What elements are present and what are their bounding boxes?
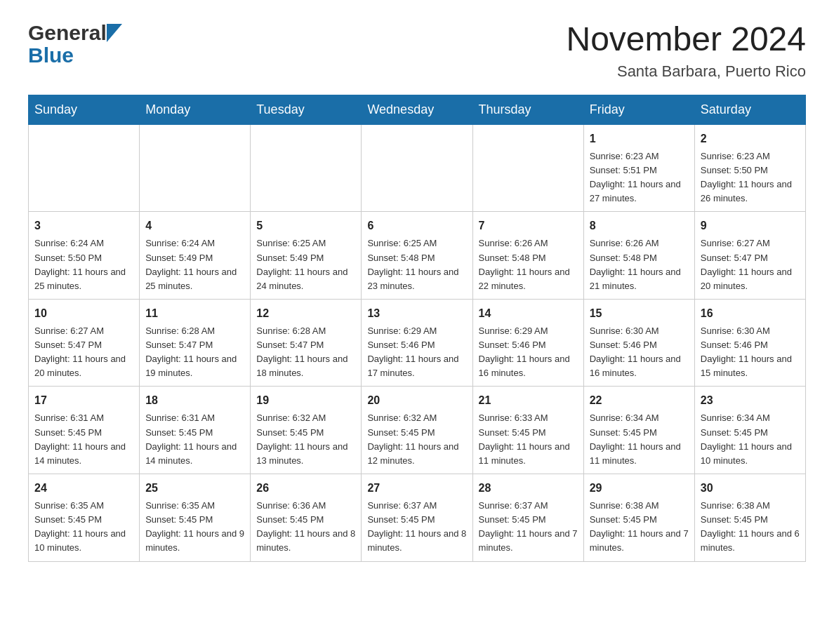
day-number: 17 (34, 392, 133, 409)
title-area: November 2024 Santa Barbara, Puerto Rico (566, 21, 806, 81)
calendar-cell: 4Sunrise: 6:24 AM Sunset: 5:49 PM Daylig… (140, 212, 251, 300)
day-number: 16 (701, 305, 800, 322)
svg-marker-0 (107, 24, 122, 42)
day-info: Sunrise: 6:30 AM Sunset: 5:46 PM Dayligh… (701, 324, 800, 381)
day-info: Sunrise: 6:23 AM Sunset: 5:51 PM Dayligh… (590, 149, 689, 206)
day-number: 10 (34, 305, 133, 322)
day-info: Sunrise: 6:37 AM Sunset: 5:45 PM Dayligh… (367, 499, 466, 556)
calendar-cell: 1Sunrise: 6:23 AM Sunset: 5:51 PM Daylig… (583, 124, 694, 212)
calendar-cell: 7Sunrise: 6:26 AM Sunset: 5:48 PM Daylig… (472, 212, 583, 300)
calendar-cell: 23Sunrise: 6:34 AM Sunset: 5:45 PM Dayli… (694, 387, 805, 474)
location-subtitle: Santa Barbara, Puerto Rico (566, 62, 806, 81)
calendar-cell: 15Sunrise: 6:30 AM Sunset: 5:46 PM Dayli… (583, 299, 694, 387)
day-info: Sunrise: 6:35 AM Sunset: 5:45 PM Dayligh… (34, 499, 133, 556)
weekday-header-monday: Monday (140, 95, 251, 124)
day-info: Sunrise: 6:28 AM Sunset: 5:47 PM Dayligh… (256, 324, 355, 381)
calendar-cell (251, 124, 362, 212)
day-info: Sunrise: 6:32 AM Sunset: 5:45 PM Dayligh… (367, 411, 466, 468)
calendar-cell: 25Sunrise: 6:35 AM Sunset: 5:45 PM Dayli… (140, 474, 251, 562)
day-info: Sunrise: 6:32 AM Sunset: 5:45 PM Dayligh… (256, 411, 355, 468)
weekday-header-tuesday: Tuesday (251, 95, 362, 124)
day-number: 22 (590, 392, 689, 409)
calendar-week-row: 17Sunrise: 6:31 AM Sunset: 5:45 PM Dayli… (29, 387, 806, 474)
day-info: Sunrise: 6:36 AM Sunset: 5:45 PM Dayligh… (256, 499, 355, 556)
day-info: Sunrise: 6:25 AM Sunset: 5:49 PM Dayligh… (256, 236, 355, 293)
day-number: 15 (590, 305, 689, 322)
calendar-week-row: 3Sunrise: 6:24 AM Sunset: 5:50 PM Daylig… (29, 212, 806, 300)
weekday-header-saturday: Saturday (694, 95, 805, 124)
day-info: Sunrise: 6:28 AM Sunset: 5:47 PM Dayligh… (145, 324, 244, 381)
day-info: Sunrise: 6:30 AM Sunset: 5:46 PM Dayligh… (590, 324, 689, 381)
day-info: Sunrise: 6:31 AM Sunset: 5:45 PM Dayligh… (34, 411, 133, 468)
day-info: Sunrise: 6:24 AM Sunset: 5:49 PM Dayligh… (145, 236, 244, 293)
day-number: 2 (701, 130, 800, 147)
calendar-cell: 13Sunrise: 6:29 AM Sunset: 5:46 PM Dayli… (362, 299, 472, 387)
weekday-header-sunday: Sunday (29, 95, 140, 124)
logo-triangle-icon (107, 24, 122, 45)
calendar-cell (472, 124, 583, 212)
calendar-cell: 6Sunrise: 6:25 AM Sunset: 5:48 PM Daylig… (362, 212, 472, 300)
day-info: Sunrise: 6:34 AM Sunset: 5:45 PM Dayligh… (590, 411, 689, 468)
day-number: 14 (479, 305, 578, 322)
calendar-cell: 27Sunrise: 6:37 AM Sunset: 5:45 PM Dayli… (362, 474, 472, 562)
day-number: 25 (145, 480, 244, 497)
calendar-cell: 12Sunrise: 6:28 AM Sunset: 5:47 PM Dayli… (251, 299, 362, 387)
weekday-header-friday: Friday (583, 95, 694, 124)
day-info: Sunrise: 6:38 AM Sunset: 5:45 PM Dayligh… (590, 499, 689, 556)
calendar-cell (140, 124, 251, 212)
day-info: Sunrise: 6:25 AM Sunset: 5:48 PM Dayligh… (367, 236, 466, 293)
day-info: Sunrise: 6:35 AM Sunset: 5:45 PM Dayligh… (145, 499, 244, 556)
day-info: Sunrise: 6:26 AM Sunset: 5:48 PM Dayligh… (479, 236, 578, 293)
day-info: Sunrise: 6:27 AM Sunset: 5:47 PM Dayligh… (701, 236, 800, 293)
calendar-cell: 17Sunrise: 6:31 AM Sunset: 5:45 PM Dayli… (29, 387, 140, 474)
day-number: 19 (256, 392, 355, 409)
calendar-table: SundayMondayTuesdayWednesdayThursdayFrid… (28, 95, 806, 562)
calendar-header-row: SundayMondayTuesdayWednesdayThursdayFrid… (29, 95, 806, 124)
logo-general-text: General (28, 21, 107, 45)
logo-blue-text: Blue (28, 43, 74, 67)
calendar-cell: 18Sunrise: 6:31 AM Sunset: 5:45 PM Dayli… (140, 387, 251, 474)
day-number: 4 (145, 217, 244, 234)
day-number: 7 (479, 217, 578, 234)
day-number: 21 (479, 392, 578, 409)
day-number: 11 (145, 305, 244, 322)
calendar-cell: 14Sunrise: 6:29 AM Sunset: 5:46 PM Dayli… (472, 299, 583, 387)
calendar-cell: 8Sunrise: 6:26 AM Sunset: 5:48 PM Daylig… (583, 212, 694, 300)
day-info: Sunrise: 6:24 AM Sunset: 5:50 PM Dayligh… (34, 236, 133, 293)
day-number: 9 (701, 217, 800, 234)
day-info: Sunrise: 6:34 AM Sunset: 5:45 PM Dayligh… (701, 411, 800, 468)
month-year-title: November 2024 (566, 21, 806, 58)
day-number: 23 (701, 392, 800, 409)
day-info: Sunrise: 6:29 AM Sunset: 5:46 PM Dayligh… (479, 324, 578, 381)
day-number: 18 (145, 392, 244, 409)
calendar-cell: 20Sunrise: 6:32 AM Sunset: 5:45 PM Dayli… (362, 387, 472, 474)
day-number: 29 (590, 480, 689, 497)
day-number: 20 (367, 392, 466, 409)
calendar-week-row: 10Sunrise: 6:27 AM Sunset: 5:47 PM Dayli… (29, 299, 806, 387)
calendar-cell (29, 124, 140, 212)
calendar-cell: 24Sunrise: 6:35 AM Sunset: 5:45 PM Dayli… (29, 474, 140, 562)
day-info: Sunrise: 6:31 AM Sunset: 5:45 PM Dayligh… (145, 411, 244, 468)
day-number: 5 (256, 217, 355, 234)
calendar-cell: 22Sunrise: 6:34 AM Sunset: 5:45 PM Dayli… (583, 387, 694, 474)
day-number: 12 (256, 305, 355, 322)
day-info: Sunrise: 6:37 AM Sunset: 5:45 PM Dayligh… (479, 499, 578, 556)
calendar-cell: 26Sunrise: 6:36 AM Sunset: 5:45 PM Dayli… (251, 474, 362, 562)
day-info: Sunrise: 6:33 AM Sunset: 5:45 PM Dayligh… (479, 411, 578, 468)
calendar-cell: 21Sunrise: 6:33 AM Sunset: 5:45 PM Dayli… (472, 387, 583, 474)
day-number: 1 (590, 130, 689, 147)
day-number: 8 (590, 217, 689, 234)
calendar-week-row: 1Sunrise: 6:23 AM Sunset: 5:51 PM Daylig… (29, 124, 806, 212)
day-number: 6 (367, 217, 466, 234)
day-info: Sunrise: 6:38 AM Sunset: 5:45 PM Dayligh… (701, 499, 800, 556)
logo: General Blue (28, 21, 122, 67)
day-info: Sunrise: 6:29 AM Sunset: 5:46 PM Dayligh… (367, 324, 466, 381)
calendar-cell: 3Sunrise: 6:24 AM Sunset: 5:50 PM Daylig… (29, 212, 140, 300)
calendar-cell: 2Sunrise: 6:23 AM Sunset: 5:50 PM Daylig… (694, 124, 805, 212)
calendar-cell: 5Sunrise: 6:25 AM Sunset: 5:49 PM Daylig… (251, 212, 362, 300)
page-header: General Blue November 2024 Santa Barbara… (28, 21, 806, 81)
day-number: 24 (34, 480, 133, 497)
calendar-cell: 19Sunrise: 6:32 AM Sunset: 5:45 PM Dayli… (251, 387, 362, 474)
day-number: 28 (479, 480, 578, 497)
weekday-header-wednesday: Wednesday (362, 95, 472, 124)
